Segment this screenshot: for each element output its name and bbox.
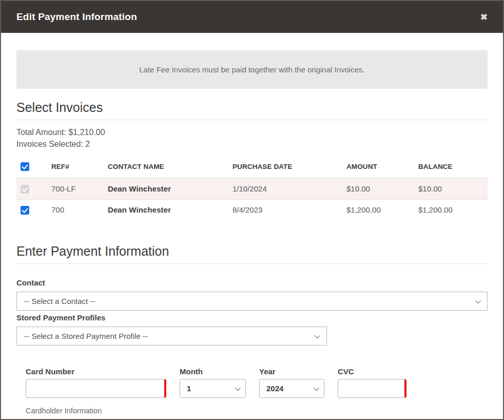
chevron-down-icon [235,385,241,390]
total-amount-text: Total Amount: $1,210.00 [16,126,488,138]
cvc-label: CVC [338,367,406,376]
column-header-contact-name: CONTACT NAME [104,157,228,178]
year-select[interactable]: 2024 [259,379,324,398]
invoice-checkbox-disabled [21,185,29,194]
edit-payment-modal: Edit Payment Information ✖ Late Fee Invo… [0,0,504,420]
stored-profiles-select[interactable]: -- Select a Stored Payment Profile -- [16,327,327,346]
modal-title: Edit Payment Information [16,11,137,23]
contact-select[interactable]: -- Select a Contact -- [16,292,488,311]
modal-header: Edit Payment Information ✖ [1,1,503,33]
month-label: Month [180,367,246,376]
chevron-down-icon [314,385,319,390]
purchase-date-cell: 8/4/2023 [228,199,342,220]
stored-profiles-select-value: -- Select a Stored Payment Profile -- [24,332,148,340]
column-header-balance: BALANCE [414,157,488,178]
card-number-label: Card Number [26,367,166,376]
month-select-value: 1 [187,384,191,393]
card-details-section: Card Number Month 1 Year 2024 [16,367,488,420]
invoice-checkbox[interactable] [21,206,29,215]
balance-cell: $1,200.00 [414,199,488,220]
cardholder-information-label: Cardholder Information [26,407,488,415]
purchase-date-cell: 1/10/2024 [228,178,342,200]
select-all-checkbox[interactable] [21,162,29,171]
chevron-down-icon [315,332,320,338]
chevron-down-icon [475,297,481,303]
column-header-purchase-date: PURCHASE DATE [228,157,342,178]
invoice-table: REF# CONTACT NAME PURCHASE DATE AMOUNT B… [16,157,488,220]
modal-body: Late Fee Invoices must be paid together … [1,33,503,420]
amount-cell: $1,200.00 [342,199,414,220]
amount-cell: $10.00 [342,178,414,200]
month-select[interactable]: 1 [180,379,246,398]
contact-select-value: -- Select a Contact -- [24,297,95,306]
cvc-input[interactable] [338,379,406,398]
card-number-input[interactable] [26,379,166,398]
ref-cell: 700-LF [47,178,104,200]
balance-cell: $10.00 [414,178,488,200]
table-row: 700-LF Dean Winchester 1/10/2024 $10.00 … [16,178,488,200]
year-select-value: 2024 [266,384,283,393]
column-header-amount: AMOUNT [342,157,414,178]
contact-name-cell: Dean Winchester [108,184,171,193]
column-header-ref: REF# [47,157,104,178]
invoice-table-header-row: REF# CONTACT NAME PURCHASE DATE AMOUNT B… [16,157,488,178]
contact-name-cell: Dean Winchester [108,205,171,214]
notice-text: Late Fee Invoices must be paid together … [139,65,364,74]
invoices-selected-text: Invoices Selected: 2 [16,138,488,150]
close-icon[interactable]: ✖ [480,13,488,22]
ref-cell: 700 [47,199,104,220]
stored-profiles-label: Stored Payment Profiles [16,313,488,322]
invoice-totals: Total Amount: $1,210.00 Invoices Selecte… [16,126,488,150]
contact-label: Contact [16,278,488,287]
select-invoices-heading: Select Invoices [16,100,488,120]
notice-banner: Late Fee Invoices must be paid together … [16,50,488,89]
enter-payment-heading: Enter Payment Information [16,244,488,264]
year-label: Year [259,367,324,376]
table-row: 700 Dean Winchester 8/4/2023 $1,200.00 $… [16,199,488,220]
